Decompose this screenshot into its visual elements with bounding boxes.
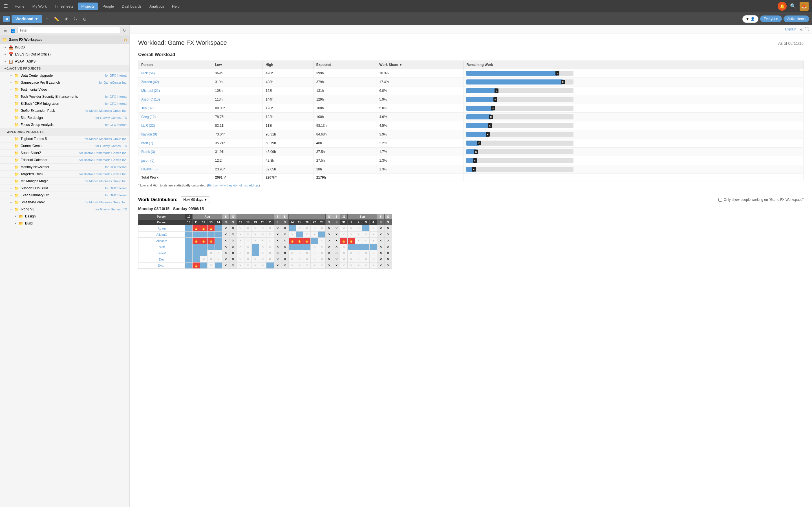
client-label: for GFX Internal — [105, 123, 127, 126]
sidebar-item-data-center[interactable]: + 📁 Data Center Upgrade for GFX Internal — [0, 72, 130, 79]
sidebar-item-editorial[interactable]: + 📁 Editorial Calendar for Boston Homema… — [0, 157, 130, 164]
active-projects-icon: 🗂 — [6, 66, 10, 70]
back-button[interactable]: ◀ — [3, 16, 10, 22]
person-link[interactable]: brett (7) — [141, 141, 153, 145]
sidebar-item-asap[interactable]: + 📋 ASAP TASKS — [0, 58, 130, 65]
sidebar-item-testimonial[interactable]: + 📁 Testimonial Video — [0, 86, 130, 93]
sidebar-item-gamespace[interactable]: + 📁 Gamespace Pro II Launch for GameCent… — [0, 79, 130, 86]
add-icon-button[interactable]: + — [44, 15, 50, 22]
sidebar-item-site-redesign[interactable]: + 📁 Site Re-design for Gravity Games LTD — [0, 114, 130, 121]
cal-cell-empty: ✕ — [303, 250, 311, 256]
sidebar-refresh-icon[interactable]: ↻ — [121, 27, 127, 33]
sidebar-item-bittech[interactable]: + 📁 BitTech / CRM Integration for GFX In… — [0, 100, 130, 107]
sidebar-item-gummi[interactable]: + 📁 Gummi Gems for Gravity Games LTD — [0, 143, 130, 150]
person-link[interactable]: Frank (3) — [141, 150, 155, 154]
calendar-row: Dev✕✕✕✕✕✕✕✕✕✕✕✕✕✕✕✕✕✕✕✕✕✕✕✕✕✕ — [139, 256, 392, 263]
person-link[interactable]: Greg (12) — [141, 115, 156, 119]
person-link[interactable]: jason (5) — [141, 159, 154, 163]
everyone-filter-button[interactable]: Everyone — [760, 15, 782, 22]
star-icon-button[interactable]: ★ — [63, 15, 70, 23]
folder-icon: 📁 — [14, 144, 19, 148]
workload-button[interactable]: Workload ▼ — [11, 15, 42, 23]
cal-cell-empty: ✕ — [266, 225, 274, 231]
days-select-button[interactable]: Next 60 days ▼ — [181, 196, 210, 203]
person-link[interactable]: kayvon (9) — [141, 132, 157, 136]
person-link[interactable]: LizR (22) — [141, 124, 155, 128]
sidebar-group-icon[interactable]: 👥 — [9, 27, 16, 33]
nav-home[interactable]: Home — [11, 3, 28, 10]
sidebar-item-gogo[interactable]: + 📁 GoGo Expansion Pack for Mobile Madne… — [0, 107, 130, 114]
sidebar-item-focus-group[interactable]: + 📁 Focus Group Analysis for GFX Interna… — [0, 121, 130, 128]
cal-person[interactable]: DaleP — [139, 250, 185, 256]
menu-icon[interactable]: ☰ — [3, 3, 8, 9]
high-cell: 113h — [263, 121, 313, 130]
person-link[interactable]: Zareen (42) — [141, 80, 159, 84]
notifications-icon[interactable]: 🔔 — [777, 2, 786, 11]
nav-help[interactable]: Help — [168, 3, 183, 10]
workload-date: As of 08/11/15 — [778, 41, 804, 46]
cal-cell-weekend: ✕ — [230, 231, 237, 238]
active-items-filter-button[interactable]: Active Items — [783, 15, 809, 22]
cal-person[interactable]: Adam — [139, 225, 185, 231]
person-link[interactable]: Michael (21) — [141, 89, 160, 93]
cal-person[interactable]: Dev — [139, 256, 185, 263]
sidebar-item-smash[interactable]: + 📁 Smash-n-Grab2 for Mobile Madness Gro… — [0, 199, 130, 206]
person-link[interactable]: AlisonC (15) — [141, 98, 160, 101]
sidebar-item-build[interactable]: + 📂 Build — [0, 220, 130, 227]
sidebar-filter-input[interactable] — [17, 27, 120, 34]
folder-icon: 📁 — [14, 94, 19, 99]
sidebar-item-events[interactable]: + 📅 EVENTS (Out of Office) — [0, 51, 130, 58]
person-link[interactable]: HaleyG (5) — [141, 167, 158, 171]
sidebar-list-icon[interactable]: ☰ — [2, 27, 8, 33]
person-link[interactable]: Jen (32) — [141, 106, 154, 110]
folder-icon: 📁 — [14, 158, 19, 162]
nav-people[interactable]: People — [99, 3, 117, 10]
nav-projects[interactable]: Projects — [78, 3, 98, 10]
search-icon[interactable]: 🔍 — [788, 2, 799, 10]
sidebar-item-exec-summary[interactable]: + 📁 Exec Summary Q2 for GFX Internal — [0, 192, 130, 199]
workload-title-row: Workload: Game FX Workspace As of 08/11/… — [138, 39, 804, 47]
nav-timesheets[interactable]: Timesheets — [51, 3, 77, 10]
sidebar-item-super-sliderz[interactable]: + 📁 Super SliderZ for Boston Homemade Ga… — [0, 150, 130, 157]
sidebar-item-monthly-newsletter[interactable]: + 📁 Monthly Newsletter for GFX Internal — [0, 164, 130, 171]
person-link[interactable]: Nick (54) — [141, 71, 155, 75]
section-active-projects[interactable]: – 🗂 ACTIVE PROJECTS — [0, 65, 130, 72]
sidebar-item-design[interactable]: + 📂 Design — [0, 213, 130, 220]
cal-person[interactable]: AlisonM — [139, 238, 185, 244]
sidebar-item-mangos[interactable]: + 📁 Mr. Mangos Magic for Mobile Madness … — [0, 178, 130, 185]
sidebar-item-inbox[interactable]: + 📥 INBOX — [0, 44, 130, 51]
expand-button[interactable]: ⛶ — [805, 27, 809, 32]
user-avatar[interactable]: 🦊 — [800, 2, 809, 11]
cal-person[interactable]: brett — [139, 244, 185, 250]
print-button[interactable]: 🖨 — [799, 27, 803, 32]
col-workshare[interactable]: Work Share ▼ — [376, 61, 463, 69]
sidebar-item-ipong[interactable]: – 📁 iPong V3 for Gravity Games LTD — [0, 206, 130, 213]
table-row: Nick (54) 369h 428h 399h 18.3% E — [139, 69, 804, 78]
cal-person[interactable]: AlisonC — [139, 231, 185, 238]
calendar-date-row: Person 10 11 12 13 14 S S 17 18 19 20 — [139, 220, 392, 225]
cal-cell-empty: ✕ — [355, 256, 362, 263]
sidebar-item-targeted-email[interactable]: + 📁 Targeted Email for Boston Homemade G… — [0, 171, 130, 178]
explain-button[interactable]: Explain — [785, 27, 796, 31]
asap-icon: 📋 — [8, 59, 13, 64]
nav-analytics[interactable]: Analytics — [146, 3, 167, 10]
nav-my-work[interactable]: My Work — [29, 3, 50, 10]
person-cell: Greg (12) — [139, 113, 212, 121]
minus-icon-button[interactable]: ⊖ — [81, 15, 88, 23]
filter-button[interactable]: ⧨ 👤 — [742, 15, 758, 23]
section-pending-projects[interactable]: – 🗂 PENDING PROJECTS — [0, 128, 130, 135]
sidebar-item-support-hub[interactable]: + 📁 Support Hub Build for GFX Internal — [0, 185, 130, 192]
only-workspace-checkbox[interactable] — [718, 198, 722, 202]
sidebar-item-tugboat[interactable]: + 📁 Tugboat Turtles 5 for Mobile Madness… — [0, 135, 130, 143]
cal-person[interactable]: Evan — [139, 263, 185, 269]
workspace-header[interactable]: 📁 Game FX Workspace ⊙ — [0, 36, 130, 44]
edit-icon-button[interactable]: ✏️ — [52, 15, 61, 23]
nav-dashboards[interactable]: Dashboards — [118, 3, 145, 10]
note-link[interactable]: Find out why they do not just add up. — [208, 184, 259, 187]
cal-cell-weekend: ✕ — [333, 225, 340, 231]
sidebar-item-tech-provider[interactable]: + 📁 Tech Provider Security Enhancements … — [0, 93, 130, 100]
sidebar-toolbar: ☰ 👥 ↻ — [0, 25, 130, 36]
bar-cell: E — [463, 113, 804, 121]
folder-icon-button[interactable]: 🗂 — [71, 15, 80, 22]
col-person: Person — [139, 61, 212, 69]
